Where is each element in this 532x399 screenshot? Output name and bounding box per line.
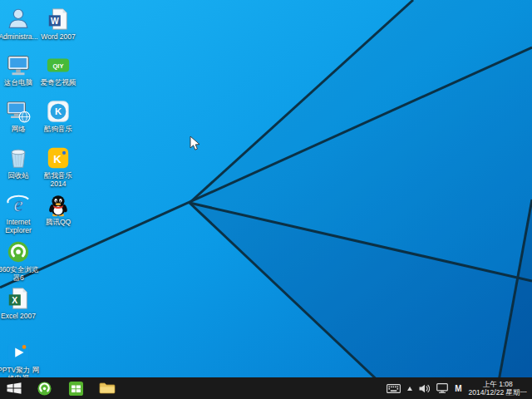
desktop-icon-label: Internet Explorer — [0, 218, 40, 234]
desktop-icon-network[interactable]: 网络 — [0, 99, 40, 133]
desktop-icon-recycle-bin[interactable]: 回收站 — [0, 145, 40, 180]
desktop-icon-qq[interactable]: 腾讯QQ — [37, 192, 80, 226]
store-icon — [68, 381, 84, 397]
iqiyi-icon: QIY — [46, 52, 71, 77]
desktop-icon-label: Excel 2007 — [1, 312, 36, 320]
kugou-glyph: K — [55, 106, 62, 116]
ime-indicator[interactable]: M — [455, 384, 461, 393]
kuwo-icon: K — [46, 145, 71, 170]
desktop-icon-kuwo[interactable]: K 酷我音乐 2014 — [37, 145, 80, 188]
taskbar-app-360-browser[interactable] — [28, 377, 60, 399]
desktop-icon-label: 酷狗音乐 — [44, 125, 72, 133]
taskbar-app-file-explorer[interactable] — [91, 377, 123, 399]
kugou-icon: K — [46, 99, 71, 124]
iqiyi-glyph: QIY — [53, 62, 64, 70]
show-hidden-icons-chevron[interactable] — [407, 387, 412, 391]
tray-clock[interactable]: 上午 1:08 2014/12/22 星期一 — [469, 380, 527, 397]
desktop-icon-excel-2007[interactable]: X Excel 2007 — [0, 286, 40, 320]
start-button[interactable] — [0, 377, 28, 399]
desktop-icon-kugou[interactable]: K 酷狗音乐 — [37, 99, 80, 133]
system-tray: M 上午 1:08 2014/12/22 星期一 — [382, 377, 532, 399]
desktop-icon-internet-explorer[interactable]: e Internet Explorer — [0, 192, 40, 234]
desktop-icon-label: 这台电脑 — [4, 78, 32, 86]
pptv-icon — [6, 340, 31, 365]
desktop-icon-label: 酷我音乐 2014 — [37, 171, 80, 188]
windows-logo-icon — [7, 382, 22, 395]
excel-glyph: X — [12, 296, 17, 305]
360-browser-icon — [37, 381, 52, 397]
volume-icon[interactable] — [419, 384, 430, 393]
desktop-icon-label: Administra... — [0, 32, 38, 41]
this-pc-icon — [6, 52, 31, 77]
desktop-icon-label: 回收站 — [7, 171, 29, 180]
desktop-wallpaper — [0, 0, 532, 399]
desktop-icon-label: 腾讯QQ — [46, 218, 71, 226]
desktop-icon-label: 360安全浏览器6 — [0, 265, 40, 282]
network-icon — [6, 99, 31, 124]
desktop-icon-label: 爱奇艺视频 — [41, 78, 76, 86]
folder-icon — [99, 382, 116, 395]
taskbar-app-store[interactable] — [60, 377, 91, 399]
kuwo-glyph: K — [53, 153, 62, 165]
desktop-icon-360-browser[interactable]: 360安全浏览器6 — [0, 239, 40, 282]
excel-icon: X — [6, 286, 31, 311]
desktop-icon-iqiyi[interactable]: QIY 爱奇艺视频 — [37, 52, 80, 86]
word-glyph: W — [51, 17, 59, 26]
keyboard-icon[interactable] — [387, 384, 401, 393]
desktop-icon-word-2007[interactable]: W Word 2007 — [37, 7, 80, 41]
recycle-bin-icon — [6, 145, 31, 170]
desktop-icon-label: 网络 — [12, 125, 26, 133]
qq-icon — [46, 192, 71, 217]
desktop-icon-administrator[interactable]: Administra... — [0, 7, 40, 41]
tray-date: 2014/12/22 星期一 — [469, 388, 527, 397]
desktop-icon-pptv[interactable]: PPTV聚力 网络电视 — [0, 340, 40, 382]
internet-explorer-icon: e — [6, 192, 31, 217]
user-folder-icon — [6, 7, 31, 32]
tray-time: 上午 1:08 — [469, 380, 527, 388]
network-icon[interactable] — [436, 383, 448, 393]
word-icon: W — [46, 7, 71, 32]
desktop-icon-label: Word 2007 — [41, 32, 75, 41]
360-browser-icon — [6, 239, 31, 264]
taskbar: M 上午 1:08 2014/12/22 星期一 — [0, 377, 532, 399]
desktop-icon-this-pc[interactable]: 这台电脑 — [0, 52, 40, 86]
